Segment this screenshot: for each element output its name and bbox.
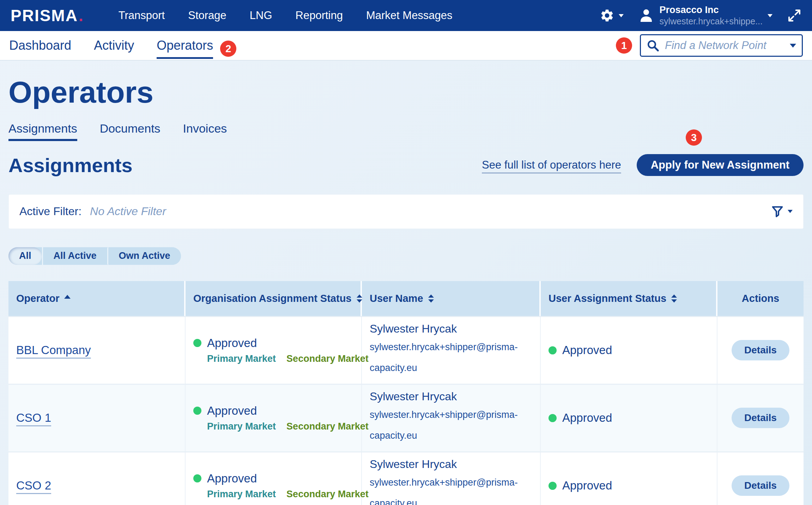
user-cell: Sylwester Hrycak sylwester.hrycak+shippe…	[362, 317, 541, 384]
tab-invoices[interactable]: Invoices	[183, 122, 227, 141]
topnav-item-market-messages[interactable]: Market Messages	[366, 9, 453, 22]
page-tabs: Assignments Documents Invoices	[8, 122, 804, 141]
section-title: Assignments	[8, 154, 133, 177]
primary-nav: Transport Storage LNG Reporting Market M…	[119, 9, 453, 22]
topnav-item-transport[interactable]: Transport	[119, 9, 165, 22]
user-email: sylwester.hrycak+shipper@prisma-capacity…	[370, 472, 532, 505]
column-label: User Assignment Status	[549, 293, 666, 304]
settings-menu[interactable]	[600, 8, 624, 23]
active-filter-value: No Active Filter	[90, 205, 166, 218]
column-user-assignment-status[interactable]: User Assignment Status	[541, 281, 717, 316]
chevron-down-icon	[788, 210, 793, 213]
org-status-cell: Approved Primary Market Secondary Market	[186, 452, 362, 505]
account-menu[interactable]: Prosacco Inc sylwester.hrycak+shippe...	[638, 4, 773, 27]
status-dot-icon	[193, 407, 201, 415]
subnav-item-operators[interactable]: Operators	[157, 38, 213, 53]
column-label: Operator	[16, 293, 59, 304]
details-button[interactable]: Details	[732, 340, 789, 360]
org-status: Approved	[193, 472, 353, 485]
primary-market-label: Primary Market	[207, 353, 276, 364]
table-row: BBL Company Approved Primary Market Seco…	[8, 316, 804, 384]
topnav-right: Prosacco Inc sylwester.hrycak+shippe...	[600, 4, 802, 27]
status-dot-icon	[549, 414, 557, 422]
account-email: sylwester.hrycak+shippe...	[660, 16, 763, 27]
markets: Primary Market Secondary Market	[207, 489, 353, 500]
column-label: Organisation Assignment Status	[193, 293, 352, 304]
top-navigation: PRISMA . Transport Storage LNG Reporting…	[0, 0, 812, 31]
operator-link[interactable]: BBL Company	[16, 343, 91, 357]
column-user-name[interactable]: User Name	[362, 281, 541, 316]
user-icon	[638, 7, 655, 24]
column-actions: Actions	[717, 281, 804, 316]
toggle-all[interactable]: All	[8, 247, 42, 265]
operator-cell: CSO 2	[8, 452, 186, 505]
assignments-table: Operator Organisation Assignment Status …	[8, 281, 804, 505]
operator-link[interactable]: CSO 2	[16, 479, 51, 492]
secondary-market-label: Secondary Market	[286, 421, 369, 432]
operator-link[interactable]: CSO 1	[16, 411, 51, 424]
org-status: Approved	[193, 336, 353, 350]
status-dot-icon	[193, 339, 201, 347]
user-status-cell: Approved	[541, 452, 717, 505]
user-email: sylwester.hrycak+shipper@prisma-capacity…	[370, 337, 532, 379]
prisma-app: PRISMA . Transport Storage LNG Reporting…	[0, 0, 812, 505]
user-status-text: Approved	[562, 479, 612, 492]
org-status-cell: Approved Primary Market Secondary Market	[186, 317, 362, 384]
details-button[interactable]: Details	[732, 408, 789, 428]
tab-documents[interactable]: Documents	[100, 122, 160, 141]
user-name: Sylwester Hrycak	[370, 458, 532, 471]
section-actions: See full list of operators here 3 Apply …	[482, 154, 804, 176]
sort-icon	[428, 294, 434, 303]
organisation-name: Prosacco Inc	[660, 4, 763, 16]
prisma-logo[interactable]: PRISMA .	[11, 6, 84, 25]
actions-cell: Details	[717, 452, 804, 505]
brand-dot: .	[79, 6, 84, 25]
details-button[interactable]: Details	[732, 475, 789, 496]
secondary-market-label: Secondary Market	[286, 353, 369, 364]
topnav-item-storage[interactable]: Storage	[188, 9, 226, 22]
see-full-list-link[interactable]: See full list of operators here	[482, 159, 621, 171]
assignments-section-header: Assignments See full list of operators h…	[8, 154, 804, 177]
status-dot-icon	[549, 482, 557, 490]
column-org-assignment-status[interactable]: Organisation Assignment Status	[186, 281, 362, 316]
tab-assignments[interactable]: Assignments	[8, 122, 77, 141]
user-status: Approved	[549, 343, 709, 357]
org-status-text: Approved	[207, 336, 257, 350]
user-cell: Sylwester Hrycak sylwester.hrycak+shippe…	[362, 452, 541, 505]
subnav-item-dashboard[interactable]: Dashboard	[9, 38, 71, 53]
primary-market-label: Primary Market	[207, 489, 276, 500]
org-status-cell: Approved Primary Market Secondary Market	[186, 385, 362, 451]
table-header: Operator Organisation Assignment Status …	[8, 281, 804, 316]
account-text: Prosacco Inc sylwester.hrycak+shippe...	[660, 4, 763, 27]
topnav-item-lng[interactable]: LNG	[250, 9, 272, 22]
expand-icon[interactable]	[787, 8, 801, 23]
search-input[interactable]	[664, 39, 785, 52]
toggle-own-active[interactable]: Own Active	[107, 247, 181, 265]
status-dot-icon	[549, 346, 557, 354]
user-status-text: Approved	[562, 343, 612, 357]
chevron-down-icon	[768, 14, 772, 17]
topnav-item-reporting[interactable]: Reporting	[296, 9, 343, 22]
filter-menu-button[interactable]	[770, 205, 793, 219]
user-status: Approved	[549, 479, 709, 492]
step-badge-1: 1	[616, 37, 632, 54]
chevron-down-icon[interactable]	[790, 44, 796, 48]
table-row: CSO 1 Approved Primary Market Secondary …	[8, 384, 804, 451]
gear-icon	[600, 8, 614, 23]
network-point-search[interactable]	[640, 34, 803, 57]
toggle-all-active[interactable]: All Active	[42, 247, 107, 265]
actions-cell: Details	[717, 317, 804, 384]
sort-asc-icon	[64, 295, 71, 299]
user-name: Sylwester Hrycak	[370, 322, 532, 335]
user-status-cell: Approved	[541, 385, 717, 451]
column-operator[interactable]: Operator	[8, 281, 186, 316]
user-cell: Sylwester Hrycak sylwester.hrycak+shippe…	[362, 385, 541, 451]
user-status: Approved	[549, 411, 709, 425]
subnav-item-activity[interactable]: Activity	[94, 38, 134, 53]
user-status-cell: Approved	[541, 317, 717, 384]
org-status-text: Approved	[207, 472, 257, 485]
markets: Primary Market Secondary Market	[207, 353, 353, 364]
step-badge-2: 2	[220, 41, 236, 57]
apply-new-assignment-button[interactable]: Apply for New Assignment	[637, 154, 804, 176]
column-label: Actions	[742, 293, 779, 304]
